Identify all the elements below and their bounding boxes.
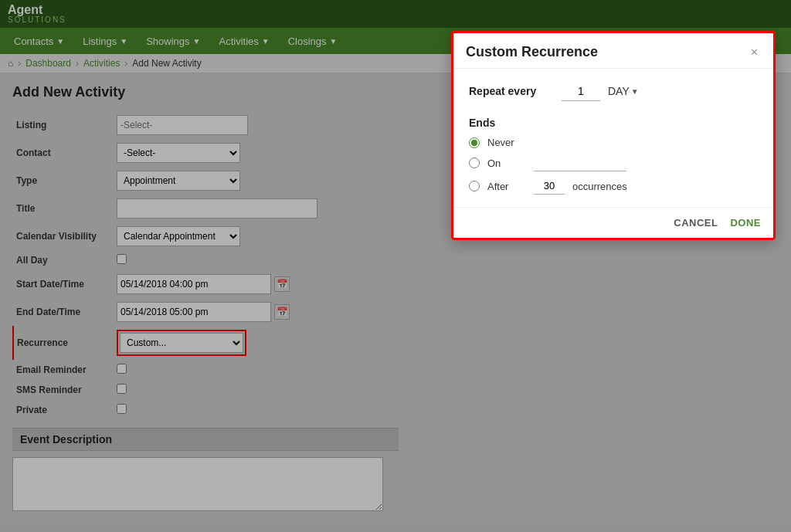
repeat-every-label: Repeat every [469,85,554,97]
ends-on-radio[interactable] [469,158,480,168]
modal-footer: CANCEL DONE [453,207,773,238]
ends-never-row: Never [469,137,758,148]
modal-overlay: Custom Recurrence × Repeat every DAY ▼ E… [0,0,791,524]
ends-on-label: On [487,158,526,169]
ends-never-radio[interactable] [469,137,480,148]
day-select[interactable]: DAY ▼ [608,85,639,97]
repeat-number-input[interactable] [562,81,600,101]
modal-body: Repeat every DAY ▼ Ends Never [453,69,773,207]
modal-title: Custom Recurrence [466,44,598,60]
repeat-every-row: Repeat every DAY ▼ [469,81,758,101]
modal-header: Custom Recurrence × [453,33,773,69]
ends-never-label: Never [487,137,526,148]
ends-label: Ends [469,117,758,129]
occurrences-label: occurrences [572,181,627,192]
custom-recurrence-modal: Custom Recurrence × Repeat every DAY ▼ E… [451,31,776,240]
day-label: DAY [608,85,630,97]
chevron-down-icon: ▼ [631,87,639,96]
ends-after-label: After [487,181,526,192]
ends-options: Never On After occurrences [469,137,758,195]
ends-after-radio[interactable] [469,181,480,191]
ends-after-row: After occurrences [469,178,758,195]
cancel-button[interactable]: CANCEL [674,217,718,229]
ends-after-input[interactable] [534,178,565,195]
done-button[interactable]: DONE [730,217,761,229]
ends-section: Ends Never On A [469,117,758,195]
modal-close-button[interactable]: × [748,46,761,59]
ends-on-date-input[interactable] [534,154,626,171]
ends-on-row: On [469,154,758,171]
